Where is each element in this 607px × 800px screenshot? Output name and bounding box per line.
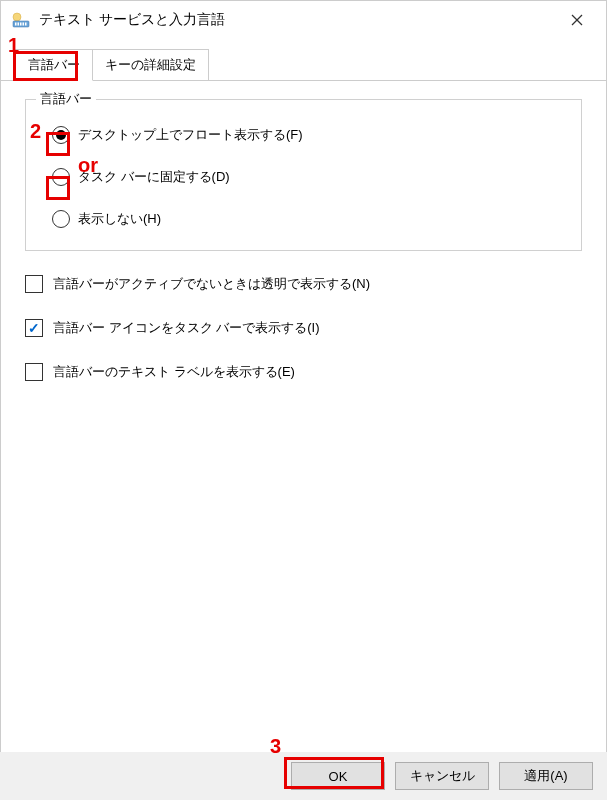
- checkbox-show-text-labels[interactable]: [25, 363, 43, 381]
- radio-label-dock: タスク バーに固定する(D): [78, 168, 230, 186]
- checkbox-transparent-when-inactive[interactable]: [25, 275, 43, 293]
- radio-float-on-desktop[interactable]: [52, 126, 70, 144]
- tab-content: 言語バー デスクトップ上でフロート表示する(F) タスク バーに固定する(D) …: [1, 81, 606, 751]
- radio-label-float: デスクトップ上でフロート表示する(F): [78, 126, 303, 144]
- svg-rect-2: [15, 23, 17, 26]
- ok-button[interactable]: OK: [291, 762, 385, 790]
- titlebar: テキスト サービスと入力言語: [1, 1, 606, 39]
- svg-rect-5: [23, 23, 25, 26]
- checkbox-label-show-icon: 言語バー アイコンをタスク バーで表示する(I): [53, 319, 320, 337]
- radio-row-dock[interactable]: タスク バーに固定する(D): [46, 168, 561, 186]
- svg-rect-3: [18, 23, 20, 26]
- checkbox-row-show-icon[interactable]: 言語バー アイコンをタスク バーで表示する(I): [25, 319, 582, 337]
- radio-dock-in-taskbar[interactable]: [52, 168, 70, 186]
- dialog-button-bar: OK キャンセル 適用(A): [0, 752, 607, 800]
- radio-row-float[interactable]: デスクトップ上でフロート表示する(F): [46, 126, 561, 144]
- svg-rect-4: [20, 23, 22, 26]
- checkbox-row-text-labels[interactable]: 言語バーのテキスト ラベルを表示する(E): [25, 363, 582, 381]
- text-services-dialog: テキスト サービスと入力言語 言語バー キーの詳細設定 言語バー デスクトップ上…: [0, 0, 607, 800]
- cancel-button[interactable]: キャンセル: [395, 762, 489, 790]
- tab-language-bar[interactable]: 言語バー: [15, 49, 93, 81]
- checkbox-label-text-labels: 言語バーのテキスト ラベルを表示する(E): [53, 363, 295, 381]
- radio-label-hidden: 表示しない(H): [78, 210, 161, 228]
- checkbox-show-icon-in-taskbar[interactable]: [25, 319, 43, 337]
- checkbox-label-transparent: 言語バーがアクティブでないときは透明で表示する(N): [53, 275, 370, 293]
- fieldset-legend: 言語バー: [36, 90, 96, 108]
- radio-hidden[interactable]: [52, 210, 70, 228]
- checkbox-row-transparent[interactable]: 言語バーがアクティブでないときは透明で表示する(N): [25, 275, 582, 293]
- svg-rect-6: [25, 23, 27, 26]
- language-bar-fieldset: 言語バー デスクトップ上でフロート表示する(F) タスク バーに固定する(D) …: [25, 99, 582, 251]
- tab-strip: 言語バー キーの詳細設定: [1, 49, 606, 81]
- svg-point-0: [13, 13, 21, 21]
- tab-advanced-key-settings[interactable]: キーの詳細設定: [92, 49, 209, 80]
- display-location-radiogroup: デスクトップ上でフロート表示する(F) タスク バーに固定する(D) 表示しない…: [42, 112, 565, 228]
- close-icon: [571, 14, 583, 26]
- app-icon: [11, 12, 31, 28]
- radio-row-hidden[interactable]: 表示しない(H): [46, 210, 561, 228]
- apply-button[interactable]: 適用(A): [499, 762, 593, 790]
- close-button[interactable]: [554, 5, 600, 35]
- window-title: テキスト サービスと入力言語: [39, 11, 554, 29]
